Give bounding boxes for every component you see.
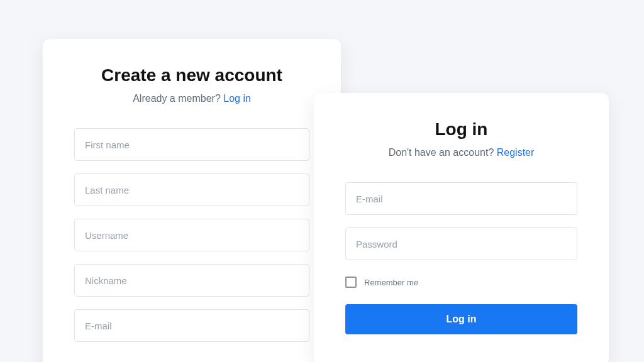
login-password-field[interactable] [345,228,577,260]
first-name-field[interactable] [74,128,309,161]
remember-me-row: Remember me [345,277,577,288]
remember-me-checkbox[interactable] [345,277,357,288]
signup-subtitle-text: Already a member? [133,93,223,104]
login-form: Remember me Log in [345,182,577,334]
login-title: Log in [345,119,577,140]
username-field[interactable] [74,219,309,251]
signup-title: Create a new account [74,65,309,85]
login-subtitle-text: Don't have an account? [389,147,497,158]
remember-me-label: Remember me [364,278,418,287]
email-field[interactable] [74,309,309,342]
login-subtitle: Don't have an account? Register [345,147,577,158]
login-card: Log in Don't have an account? Register R… [314,93,609,362]
nickname-field[interactable] [74,264,309,297]
login-submit-button[interactable]: Log in [345,304,577,334]
last-name-field[interactable] [74,173,309,206]
signup-form [74,128,309,342]
signup-card: Create a new account Already a member? L… [43,39,341,362]
login-link[interactable]: Log in [223,93,251,104]
signup-subtitle: Already a member? Log in [74,93,309,104]
register-link[interactable]: Register [497,147,535,158]
login-email-field[interactable] [345,182,577,215]
